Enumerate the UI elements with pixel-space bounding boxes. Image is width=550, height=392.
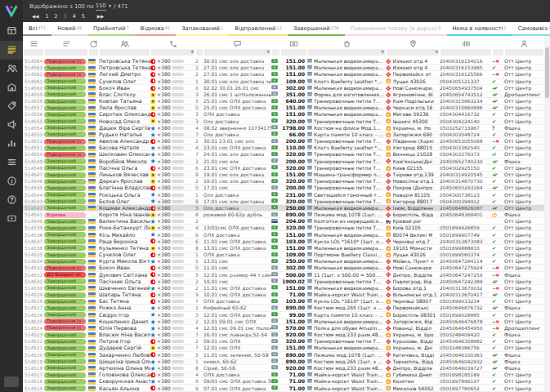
table-row[interactable]: 514534 Завершений Курта Микола Вікто +38… (23, 258, 544, 265)
column-filter-input[interactable] (440, 49, 491, 56)
scrollbar-thumb[interactable] (545, 47, 549, 98)
column-filter-input[interactable]: ▼ (387, 49, 439, 56)
table-row[interactable]: 514535 Завершений Сучилов Олег +380 1 ОЛ… (23, 252, 544, 258)
status-tab[interactable]: Новий48 (51, 22, 87, 36)
column-filter-input[interactable]: ▼ (204, 49, 271, 56)
table-row[interactable]: 514533 Повернення (з Бокоч Иван +380 0 1… (23, 265, 544, 271)
status-tab[interactable]: Нема в наявності1 (447, 22, 512, 36)
column-filter-input[interactable]: ▼ (308, 49, 385, 56)
table-row[interactable]: 514557 Завершений Лила Ярослав +380 0 25… (23, 105, 544, 111)
column-filter-input[interactable] (89, 49, 98, 56)
sidebar-item[interactable] (0, 172, 23, 191)
app-logo[interactable] (0, 0, 23, 22)
table-row[interactable]: 514537 Завершений Раца Вероніка +380 6 1… (23, 238, 544, 245)
table-row[interactable]: 514558 Завершений Ковпак Татьяна +380 5 … (23, 98, 544, 105)
table-row[interactable]: 514515 Завершений Касьян Альона +380 9 0… (23, 385, 544, 391)
column-filter-input[interactable] (100, 49, 150, 56)
sidebar-item[interactable] (0, 97, 23, 116)
table-row[interactable]: 514560 Завершений Бокоч Иван +380 0 02.0… (23, 85, 544, 91)
sidebar-item[interactable] (0, 116, 23, 135)
table-row[interactable]: 514529 Завершений Шапарь Тетяна +380 9 1… (23, 292, 544, 298)
column-filter-input[interactable] (196, 49, 203, 56)
table-row[interactable]: 514539 Завершений Роке-Бетанкурт Лін +38… (23, 225, 544, 231)
table-row[interactable]: 514536 Завершений Кузьменко Тетяна +380 … (23, 245, 544, 252)
table-row[interactable]: 514527 Завершений Рожко Анна +380 1 Кофе… (23, 305, 544, 311)
status-tab[interactable]: Всі471 (23, 22, 51, 36)
table-row[interactable]: 514530 Завершений Шевченко Евгений +380 … (23, 285, 544, 292)
table-row[interactable]: 514548 Завершений Пасічна Ольга +380 6 2… (23, 165, 544, 172)
page-number[interactable]: 2 (55, 13, 58, 20)
table-row[interactable]: 514554 Завершений Дацюк Віра Сергіївна +… (23, 125, 544, 131)
page-number[interactable]: 4 (73, 13, 76, 20)
sidebar-item[interactable] (0, 191, 23, 210)
status-tab[interactable]: Відправлений12 (229, 22, 288, 36)
column-filter-input[interactable] (45, 49, 87, 56)
table-row[interactable]: 514552 Повернення (з Авилов Александр +3… (23, 138, 544, 145)
table-row[interactable]: 514531 Завершений Пасічник Ольга +380 2 … (23, 278, 544, 285)
status-tab[interactable]: Завершений278 (288, 22, 345, 36)
filter-dropdown-icon[interactable]: ▼ (267, 50, 270, 55)
table-row[interactable]: 514550 Повернення (з Шелковин Олексан +3… (23, 151, 544, 158)
table-row[interactable]: 514555 Завершений Новосад Олеся +380 3 О… (23, 118, 544, 125)
filter-dropdown-icon[interactable]: ▼ (191, 50, 194, 55)
last-page-button[interactable]: ▶▶ (97, 14, 104, 19)
table-row[interactable]: 514545 Завершений Благінна Владіслава +3… (23, 185, 544, 191)
sidebar-item[interactable] (0, 22, 23, 41)
page-number[interactable]: 5 (82, 13, 85, 20)
table-row[interactable]: 514516 Завершений Скворунская Анаст +380… (23, 378, 544, 385)
table-row[interactable]: 514544 Завершений Рокіцька Ольга +380 1 … (23, 191, 544, 198)
table-row[interactable]: 514542 Завершений Кошмак Александр +380 … (23, 205, 544, 212)
column-filter-input[interactable] (281, 49, 306, 56)
column-filter-input[interactable] (493, 49, 503, 56)
sidebar-collapse-button[interactable] (4, 376, 19, 387)
first-page-button[interactable]: ◀◀ (32, 14, 38, 19)
sidebar-item[interactable] (0, 60, 23, 78)
column-filter-input[interactable] (272, 49, 279, 56)
table-row[interactable]: 514549 Завершений Воробйов Микола +380 2… (23, 158, 544, 165)
table-row[interactable]: 514546 Завершений Деркач Ярослав +380 2 … (23, 178, 544, 185)
table-row[interactable]: 514522 Завершений Петров Ігор +380 2 09.… (23, 338, 544, 345)
table-row[interactable]: 514563 Завершений Петровська Тетяна +380… (23, 65, 544, 71)
table-row[interactable]: 514517 Завершений Головінова Олексан +38… (23, 372, 544, 378)
table-row[interactable]: 514541 Відмова Коротя Ніна Іванівна +380… (23, 212, 544, 218)
table-row[interactable]: 514525 Повернення (з Кошеленко Данил +38… (23, 318, 544, 325)
status-tab[interactable]: Повернення товару (в дорозі)0 (345, 22, 447, 36)
page-size-value[interactable]: 150 (96, 2, 106, 11)
table-row[interactable]: 514551 Завершений Басова Наталя +380 4 2… (23, 145, 544, 151)
table-row[interactable]: 514521 Завершений Дударев Сергій +380 7 … (23, 345, 544, 351)
column-filter-input[interactable] (24, 49, 43, 56)
table-row[interactable]: 514556 Завершений Сиротюк Олександр +380… (23, 111, 544, 118)
table-row[interactable]: 514540 Завершений Валентина Васильє +380… (23, 218, 544, 225)
table-row[interactable]: 514523 Завершений Власюк Ніна Василі +38… (23, 332, 544, 338)
status-tab[interactable]: Самовивіз2 (512, 22, 550, 36)
table-row[interactable]: 514547 Завершений Линьков Вячеслав +380 … (23, 172, 544, 178)
table-row[interactable]: 514553 Завершений Рудько Наталья +380 7 … (23, 131, 544, 138)
status-tab[interactable]: Прийнятий7 (87, 22, 135, 36)
table-row[interactable]: 514528 Завершений Бас Тетяна +380 7 ОЛХ … (23, 298, 544, 305)
column-filter-input[interactable] (505, 49, 543, 56)
sidebar-item[interactable] (0, 154, 23, 172)
sidebar-item[interactable] (0, 78, 23, 97)
page-size-caret-icon[interactable]: ▼ (109, 4, 111, 8)
status-tab[interactable]: Запакований1 (176, 22, 229, 36)
table-row[interactable]: 514532 ДО Возврат ок Дукович Світлана +3… (23, 272, 544, 278)
filter-dropdown-icon[interactable]: ▼ (436, 50, 438, 55)
sidebar-item[interactable] (0, 135, 23, 154)
table-row[interactable]: 514538 Завершений Кісь Михайло +380 6 ОЛ… (23, 231, 544, 238)
page-number[interactable]: 3 (64, 13, 67, 20)
table-row[interactable]: 514524 Повернення (з Юлія Первова +380 4… (23, 325, 544, 332)
status-tab[interactable]: Відмова42 (135, 22, 176, 36)
table-row[interactable]: 514526 Завершений Свідро Ігор +380 3 12.… (23, 312, 544, 318)
filter-dropdown-icon[interactable]: ▼ (382, 50, 384, 55)
table-row[interactable]: 514562 Повернення (з Легкий Дмитро +380 … (23, 71, 544, 78)
sidebar-item[interactable] (0, 41, 23, 60)
table-row[interactable]: 514561 Завершений Сучилов Олег +380 1 30… (23, 78, 544, 85)
table-row[interactable]: 514518 Завершений Артюхіна Олена Ми +380… (23, 365, 544, 372)
table-row[interactable]: 514559 Завершений Влас Слоткоу +380 3 26… (23, 91, 544, 98)
table-row[interactable]: 514564 Повернення (з Петровська Тетяна +… (23, 58, 544, 65)
sidebar-item[interactable] (0, 210, 23, 229)
page-number[interactable]: 1 (45, 13, 48, 20)
table-row[interactable]: 514519 Завершений Шишкіна Ірина Олек +38… (23, 359, 544, 365)
table-row[interactable]: 514543 Завершений Бєлов Олег +380 8 17.0… (23, 198, 544, 205)
table-row[interactable]: 514520 Завершений Захарченко Любовь +380… (23, 352, 544, 359)
